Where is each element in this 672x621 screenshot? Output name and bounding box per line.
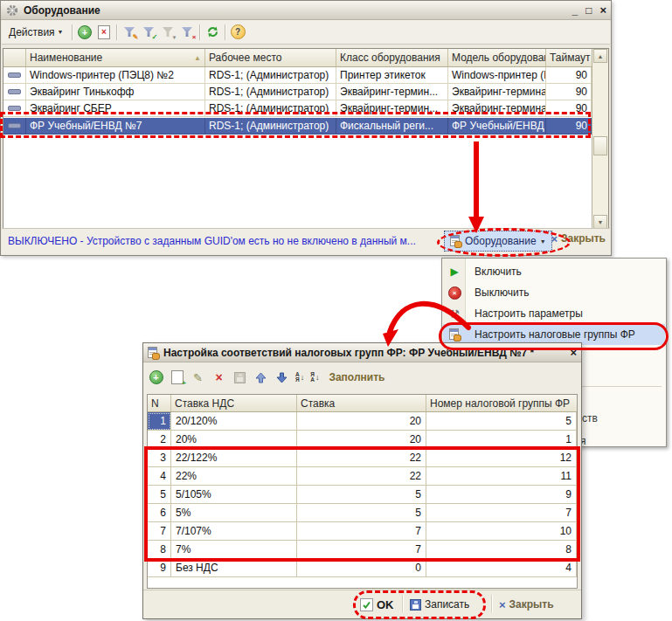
form-hand-icon xyxy=(449,328,461,341)
edit-row-button[interactable]: ✎ xyxy=(191,370,205,385)
pencil-icon: ✎ xyxy=(193,372,203,383)
ok-button[interactable]: OK xyxy=(360,595,394,614)
equipment-table: Наименование ▲ Рабочее место Класс обору… xyxy=(3,48,609,230)
equipment-gear-icon xyxy=(5,3,19,17)
column-header-rate[interactable]: Ставка xyxy=(297,395,426,411)
menu-item-disable[interactable]: × Выключить xyxy=(443,282,665,303)
sort-descending-button[interactable]: ЯА ↓ xyxy=(310,372,319,383)
status-message: ВЫКЛЮЧЕНО - Устройство с заданным GUID'о… xyxy=(8,235,416,247)
pencil-badge-icon: ✎ xyxy=(133,34,139,41)
dialog-close-footer-button[interactable]: × Закрыть xyxy=(499,595,554,614)
filter-by-value-button[interactable]: ✓ xyxy=(142,24,156,39)
close-x-icon: × xyxy=(499,599,506,611)
equipment-state-icon xyxy=(8,72,21,78)
chevron-down-icon: ▼ xyxy=(58,29,64,35)
delete-mark-button[interactable]: × xyxy=(97,24,112,39)
footer-separator xyxy=(402,595,404,612)
tax-groups-dialog: Настройка соответствий налоговых групп Ф… xyxy=(142,342,582,619)
maximize-button[interactable]: □ xyxy=(585,4,592,17)
tax-table-row[interactable]: 4 22% 22 11 xyxy=(148,467,577,486)
scrollbar-thumb[interactable] xyxy=(593,136,607,155)
column-header-class[interactable]: Класс оборудования xyxy=(336,49,448,66)
ok-check-icon xyxy=(360,598,373,611)
add-button[interactable]: + xyxy=(78,24,93,39)
table-row-selected[interactable]: ФР Учебный/ЕНВД №7 RDS-1; (Администратор… xyxy=(3,118,592,135)
close-button[interactable]: × Закрыть xyxy=(551,232,606,245)
toolbar-separator xyxy=(199,24,201,40)
sort-indicator-icon: ▲ xyxy=(194,54,201,62)
move-up-button[interactable] xyxy=(253,370,268,385)
dialog-title: Настройка соответствий налоговых групп Ф… xyxy=(163,347,534,359)
column-header-workplace[interactable]: Рабочее место xyxy=(205,49,336,66)
tax-table-row[interactable]: 9 Без НДС 0 4 xyxy=(148,559,577,577)
equipment-window: Оборудование _ □ × Действия ▼ + × ✎ ✓ ▼ … xyxy=(0,0,612,256)
dialog-footer: OK Записать × Закрыть xyxy=(143,590,581,618)
delete-row-button[interactable]: × xyxy=(211,370,226,385)
filter-sort-button[interactable]: ✎ xyxy=(122,24,137,39)
tax-groups-table: N Ставка НДС Ставка Номер налоговой груп… xyxy=(147,394,578,589)
table-row[interactable]: Эквайринг Тинькофф RDS-1; (Администратор… xyxy=(3,84,592,100)
equipment-menu-button[interactable]: Оборудование ▼ xyxy=(444,231,552,252)
toolbar-separator xyxy=(225,24,226,40)
column-header-model[interactable]: Модель оборудован... xyxy=(448,49,546,66)
tax-table-row[interactable]: 3 22/122% 22 12 xyxy=(148,449,577,467)
equipment-state-icon xyxy=(8,123,21,128)
tax-table-row[interactable]: 7 7/107% 7 10 xyxy=(148,522,577,541)
dialog-close-button[interactable]: × xyxy=(570,347,577,359)
dialog-titlebar: Настройка соответствий налоговых групп Ф… xyxy=(143,343,581,362)
form-hand-icon xyxy=(148,347,159,359)
main-toolbar: Действия ▼ + × ✎ ✓ ▼ × ? xyxy=(2,20,610,45)
column-header-vat-rate[interactable]: Ставка НДС xyxy=(171,395,297,411)
fill-button[interactable]: Заполнить xyxy=(329,371,384,383)
dialog-toolbar: + + ✎ × АЯ ↓ ЯА ↓ Заполнить xyxy=(149,366,384,389)
copy-row-button[interactable]: + xyxy=(170,370,184,385)
column-header-n[interactable]: N xyxy=(148,395,171,411)
table-row[interactable]: Эквайринг СБЕР RDS-1; (Администратор) Эк… xyxy=(3,100,592,117)
clear-filter-button[interactable]: × xyxy=(180,24,195,39)
toolbar-separator xyxy=(116,24,118,40)
close-x-icon: × xyxy=(551,233,558,245)
end-edit-button-disabled[interactable] xyxy=(232,370,247,385)
filter-history-button[interactable]: ▼ xyxy=(161,24,176,39)
tax-table-header: N Ставка НДС Ставка Номер налоговой груп… xyxy=(148,395,577,412)
actions-menu-button[interactable]: Действия ▼ xyxy=(5,24,67,40)
hidden-menu-item-fragment: ств xyxy=(582,412,598,424)
save-button[interactable]: Записать xyxy=(410,595,469,614)
tax-table-row[interactable]: 2 20% 20 1 xyxy=(148,431,577,449)
footer-separator xyxy=(491,595,493,612)
stop-icon: × xyxy=(448,286,461,300)
column-header-name[interactable]: Наименование ▲ xyxy=(26,49,205,66)
tax-table-row[interactable]: 1 20/120% 20 5 xyxy=(148,412,577,431)
refresh-button[interactable] xyxy=(205,24,220,39)
equipment-table-header: Наименование ▲ Рабочее место Класс обору… xyxy=(3,49,592,67)
help-button[interactable]: ? xyxy=(231,24,246,39)
move-down-button[interactable] xyxy=(274,370,289,385)
row-icon-column-header xyxy=(3,49,26,66)
chevron-down-icon: ▼ xyxy=(172,34,177,41)
column-header-timeout[interactable]: Таймаут xyxy=(546,49,592,66)
add-row-button[interactable]: + xyxy=(149,370,163,385)
toolbar-separator xyxy=(72,24,73,40)
check-badge-icon: ✓ xyxy=(152,34,158,41)
scroll-down-button[interactable]: ▼ xyxy=(593,215,607,229)
tax-table-row[interactable]: 8 7% 7 8 xyxy=(148,541,577,559)
equipment-state-icon xyxy=(8,89,21,94)
table-row[interactable]: Windows-принтер (ПЭЦ8) №2 RDS-1; (Админи… xyxy=(3,67,592,84)
minimize-button[interactable]: _ xyxy=(572,4,578,17)
sort-ascending-button[interactable]: АЯ ↓ xyxy=(295,372,304,383)
close-window-button[interactable]: × xyxy=(599,4,606,17)
menu-item-enable[interactable]: ▶ Включить xyxy=(443,261,665,282)
tools-icon: ⚒ xyxy=(449,308,460,320)
window-title: Оборудование xyxy=(24,4,100,17)
vertical-scrollbar[interactable]: ▲ ▼ xyxy=(592,49,608,229)
tax-table-row[interactable]: 6 5% 5 7 xyxy=(148,504,577,522)
chevron-down-icon: ▼ xyxy=(540,238,546,245)
tax-table-row[interactable]: 5 5/105% 5 9 xyxy=(148,486,577,504)
status-bar: ВЫКЛЮЧЕНО - Устройство с заданным GUID'о… xyxy=(2,228,610,254)
menu-item-configure-params[interactable]: ⚒ Настроить параметры xyxy=(443,303,665,324)
equipment-window-titlebar: Оборудование _ □ × xyxy=(1,1,611,20)
column-header-tax-group[interactable]: Номер налоговой группы ФР xyxy=(426,395,577,411)
play-icon: ▶ xyxy=(450,266,458,277)
scroll-up-button[interactable]: ▲ xyxy=(593,49,607,63)
floppy-icon xyxy=(410,599,421,611)
